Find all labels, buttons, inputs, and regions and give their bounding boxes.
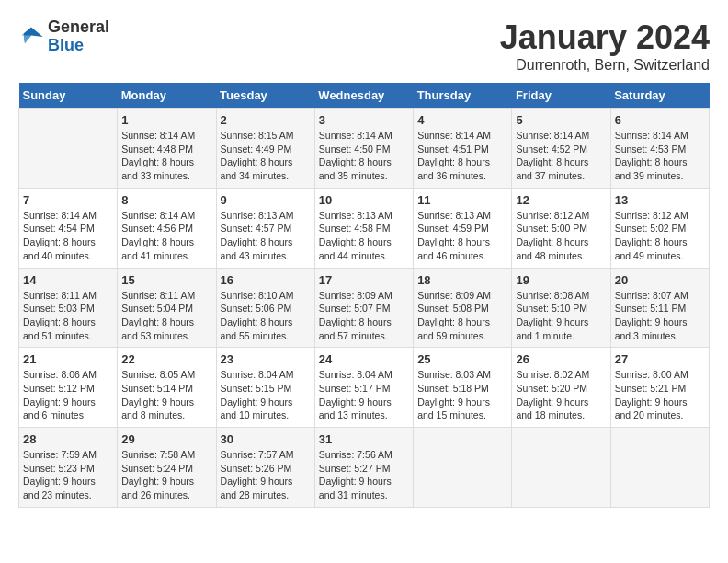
cell-line: Sunrise: 8:14 AM: [121, 130, 195, 141]
header-thursday: Thursday: [414, 83, 512, 109]
day-number: 4: [417, 113, 507, 127]
logo-blue-text: Blue: [48, 36, 84, 54]
cell-line: and 35 minutes.: [319, 170, 388, 181]
calendar-table: SundayMondayTuesdayWednesdayThursdayFrid…: [18, 83, 710, 508]
cell-line: and 46 minutes.: [417, 250, 486, 261]
cell-line: Daylight: 8 hours: [417, 156, 490, 167]
cell-line: Sunrise: 8:14 AM: [319, 130, 392, 141]
day-number: 26: [516, 352, 606, 366]
day-number: 20: [615, 273, 705, 287]
cell-line: and 31 minutes.: [319, 489, 388, 500]
cell-line: and 49 minutes.: [615, 250, 684, 261]
cell-line: Sunset: 5:24 PM: [121, 463, 193, 474]
cell-line: and 33 minutes.: [121, 170, 190, 181]
cell-line: Daylight: 9 hours: [615, 396, 688, 408]
day-number: 14: [23, 273, 113, 287]
cell-line: Daylight: 8 hours: [516, 236, 588, 247]
cell-line: Daylight: 9 hours: [516, 316, 588, 327]
cell-line: Sunset: 4:56 PM: [121, 223, 193, 234]
cell-line: Daylight: 9 hours: [221, 476, 293, 487]
calendar-cell: 22Sunrise: 8:05 AMSunset: 5:14 PMDayligh…: [118, 348, 216, 428]
day-number: 10: [319, 193, 409, 207]
calendar-cell: 18Sunrise: 8:09 AMSunset: 5:08 PMDayligh…: [414, 268, 512, 348]
day-number: 13: [615, 193, 705, 207]
day-number: 15: [121, 273, 211, 287]
cell-line: and 44 minutes.: [319, 250, 388, 261]
cell-line: Sunrise: 8:13 AM: [417, 210, 491, 221]
cell-line: Sunset: 4:51 PM: [417, 144, 489, 155]
day-number: 31: [319, 432, 409, 446]
cell-line: Daylight: 8 hours: [121, 236, 194, 247]
cell-line: Sunrise: 8:11 AM: [23, 290, 97, 301]
cell-line: Sunrise: 8:00 AM: [615, 369, 688, 380]
cell-line: and 39 minutes.: [615, 170, 684, 181]
cell-line: Sunset: 5:26 PM: [221, 463, 292, 474]
day-number: 23: [221, 352, 311, 366]
cell-line: and 48 minutes.: [516, 250, 585, 261]
day-number: 7: [23, 193, 113, 207]
cell-line: Sunset: 5:00 PM: [516, 223, 587, 234]
calendar-cell: [414, 428, 512, 508]
cell-line: and 55 minutes.: [221, 330, 290, 341]
calendar-cell: 15Sunrise: 8:11 AMSunset: 5:04 PMDayligh…: [118, 268, 216, 348]
cell-line: Sunset: 5:07 PM: [319, 303, 391, 314]
calendar-cell: 14Sunrise: 8:11 AMSunset: 5:03 PMDayligh…: [19, 268, 118, 348]
calendar-cell: 29Sunrise: 7:58 AMSunset: 5:24 PMDayligh…: [118, 428, 216, 508]
cell-content: Sunrise: 8:04 AMSunset: 5:15 PMDaylight:…: [221, 368, 311, 422]
calendar-cell: 4Sunrise: 8:14 AMSunset: 4:51 PMDaylight…: [414, 109, 512, 189]
day-number: 11: [417, 193, 507, 207]
calendar-cell: 2Sunrise: 8:15 AMSunset: 4:49 PMDaylight…: [216, 109, 314, 189]
cell-content: Sunrise: 8:14 AMSunset: 4:54 PMDaylight:…: [23, 209, 113, 263]
cell-line: Daylight: 8 hours: [417, 236, 490, 247]
cell-content: Sunrise: 8:14 AMSunset: 4:51 PMDaylight:…: [417, 129, 507, 183]
cell-line: and 57 minutes.: [319, 330, 388, 341]
cell-line: and 59 minutes.: [417, 330, 486, 341]
calendar-cell: [512, 428, 610, 508]
cell-content: Sunrise: 8:14 AMSunset: 4:53 PMDaylight:…: [615, 129, 705, 183]
cell-line: Daylight: 8 hours: [121, 156, 194, 167]
cell-line: Sunset: 4:59 PM: [417, 223, 489, 234]
calendar-cell: 25Sunrise: 8:03 AMSunset: 5:18 PMDayligh…: [414, 348, 512, 428]
cell-line: Sunrise: 8:08 AM: [516, 290, 589, 301]
day-number: 29: [121, 432, 211, 446]
day-number: 3: [319, 113, 409, 127]
cell-line: Sunrise: 8:12 AM: [615, 210, 688, 221]
cell-line: Sunrise: 8:12 AM: [516, 210, 589, 221]
cell-line: Sunset: 5:20 PM: [516, 383, 587, 394]
cell-line: Daylight: 8 hours: [23, 236, 96, 247]
day-number: 27: [615, 352, 705, 366]
calendar-cell: 3Sunrise: 8:14 AMSunset: 4:50 PMDaylight…: [314, 109, 413, 189]
cell-line: Daylight: 9 hours: [23, 396, 96, 408]
cell-line: Daylight: 9 hours: [121, 476, 194, 487]
cell-line: and 8 minutes.: [121, 409, 185, 420]
cell-line: and 28 minutes.: [221, 489, 290, 500]
cell-content: Sunrise: 8:13 AMSunset: 4:57 PMDaylight:…: [221, 209, 311, 263]
week-row-1: 1Sunrise: 8:14 AMSunset: 4:48 PMDaylight…: [19, 109, 710, 189]
calendar-cell: 6Sunrise: 8:14 AMSunset: 4:53 PMDaylight…: [610, 109, 709, 189]
cell-line: Sunrise: 7:59 AM: [23, 449, 97, 460]
calendar-cell: 17Sunrise: 8:09 AMSunset: 5:07 PMDayligh…: [314, 268, 413, 348]
cell-line: and 3 minutes.: [615, 330, 678, 341]
cell-line: and 43 minutes.: [221, 250, 290, 261]
cell-line: Sunrise: 8:13 AM: [319, 210, 392, 221]
cell-line: Sunset: 5:06 PM: [221, 303, 292, 314]
cell-line: Sunset: 4:49 PM: [221, 144, 292, 155]
cell-line: and 15 minutes.: [417, 409, 486, 420]
calendar-cell: 1Sunrise: 8:14 AMSunset: 4:48 PMDaylight…: [118, 109, 216, 189]
cell-line: Daylight: 8 hours: [319, 156, 392, 167]
cell-line: Daylight: 8 hours: [615, 236, 688, 247]
calendar-cell: 5Sunrise: 8:14 AMSunset: 4:52 PMDaylight…: [512, 109, 610, 189]
header-friday: Friday: [512, 83, 610, 109]
cell-line: Sunrise: 8:13 AM: [221, 210, 294, 221]
calendar-cell: 11Sunrise: 8:13 AMSunset: 4:59 PMDayligh…: [414, 188, 512, 268]
day-number: 1: [121, 113, 211, 127]
cell-line: Daylight: 8 hours: [221, 156, 293, 167]
cell-line: and 18 minutes.: [516, 409, 585, 420]
cell-content: Sunrise: 8:14 AMSunset: 4:56 PMDaylight:…: [121, 209, 211, 263]
cell-line: Sunrise: 8:04 AM: [221, 369, 294, 380]
logo: General Blue: [18, 18, 109, 55]
cell-content: Sunrise: 8:07 AMSunset: 5:11 PMDaylight:…: [615, 289, 705, 343]
calendar-cell: 12Sunrise: 8:12 AMSunset: 5:00 PMDayligh…: [512, 188, 610, 268]
calendar-cell: 21Sunrise: 8:06 AMSunset: 5:12 PMDayligh…: [19, 348, 118, 428]
cell-line: Daylight: 9 hours: [23, 476, 96, 487]
